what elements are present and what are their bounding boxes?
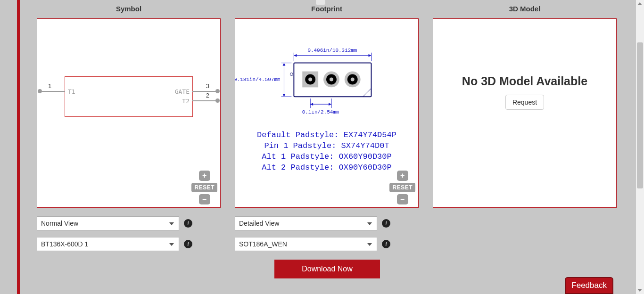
symbol-view-select[interactable]: Normal View: [37, 216, 179, 230]
symbol-diagram: 1 T1 3 GATE 2 T2: [65, 76, 193, 117]
zoom-in-button[interactable]: +: [397, 171, 408, 181]
svg-marker-3: [294, 54, 297, 57]
request-3d-button[interactable]: Request: [505, 95, 544, 110]
footprint-header: Footprint: [235, 5, 419, 13]
padstyle-pin1: Pin 1 Padstyle: SX74Y74D0T: [235, 141, 418, 152]
dim-left: 0.181in/4.597mm: [235, 77, 281, 82]
dim-top: 0.406in/10.312mm: [307, 48, 357, 53]
left-accent-bar: [17, 0, 20, 294]
pin-number: 3: [206, 82, 209, 90]
info-icon[interactable]: i: [184, 240, 192, 248]
padstyle-default: Default Padstyle: EX74Y74D54P: [235, 130, 418, 141]
svg-marker-4: [369, 54, 372, 57]
info-icon[interactable]: i: [382, 219, 390, 228]
footprint-view-select[interactable]: Detailed View: [235, 216, 377, 230]
symbol-part-value: BT136X-600D 1: [41, 240, 88, 248]
model3d-panel: No 3D Model Available Request: [433, 18, 617, 208]
svg-marker-9: [282, 94, 285, 97]
scroll-down-icon[interactable]: [637, 289, 642, 292]
symbol-header: Symbol: [37, 5, 221, 13]
info-icon[interactable]: i: [184, 219, 192, 228]
zoom-out-button[interactable]: –: [397, 194, 408, 204]
symbol-body: 1 T1 3 GATE 2 T2: [65, 76, 193, 117]
footprint-view-value: Detailed View: [239, 220, 279, 227]
pin-endpoint: [38, 89, 42, 93]
footprint-package-value: SOT186A_WEN: [239, 240, 287, 248]
pin-label: GATE: [175, 88, 190, 95]
symbol-panel[interactable]: 1 T1 3 GATE 2 T2 + RESET –: [37, 18, 221, 208]
zoom-reset-button[interactable]: RESET: [389, 183, 415, 192]
svg-point-15: [308, 77, 312, 81]
pin-endpoint: [215, 89, 220, 93]
svg-point-18: [330, 77, 333, 81]
pin-endpoint: [215, 98, 220, 103]
svg-marker-25: [310, 103, 313, 106]
symbol-part-select[interactable]: BT136X-600D 1: [37, 237, 179, 251]
padstyle-alt1: Alt 1 Padstyle: OX60Y90D30P: [235, 152, 418, 163]
scrollbar-thumb[interactable]: [637, 42, 643, 188]
scroll-up-icon[interactable]: [637, 2, 642, 5]
zoom-reset-button[interactable]: RESET: [191, 183, 217, 192]
footprint-package-select[interactable]: SOT186A_WEN: [235, 237, 377, 251]
padstyle-info: Default Padstyle: EX74Y74D54P Pin 1 Pads…: [235, 130, 418, 173]
no-3d-model-text: No 3D Model Available: [433, 74, 616, 88]
pin-number: 1: [48, 82, 51, 90]
zoom-in-button[interactable]: +: [199, 171, 210, 181]
zoom-out-button[interactable]: –: [199, 194, 210, 204]
feedback-tab[interactable]: Feedback: [565, 277, 613, 294]
pin-line: [40, 91, 65, 92]
svg-marker-26: [329, 103, 331, 106]
download-button[interactable]: Download Now: [274, 260, 380, 278]
svg-point-21: [351, 77, 355, 81]
model3d-header: 3D Model: [433, 5, 617, 13]
symbol-view-value: Normal View: [41, 220, 78, 227]
pin-line: [192, 91, 218, 92]
info-icon[interactable]: i: [382, 240, 390, 248]
footprint-diagram: 0.406in/10.312mm 0.181in/4.597mm: [235, 28, 418, 122]
svg-point-11: [290, 73, 293, 76]
dim-bottom: 0.1in/2.54mm: [302, 109, 339, 115]
pin-label: T2: [182, 98, 190, 105]
pin-number: 2: [206, 92, 209, 99]
pin-line: [192, 100, 218, 101]
vertical-scrollbar[interactable]: [636, 0, 644, 294]
pin-label: T1: [68, 88, 75, 95]
collapse-nub[interactable]: [316, 0, 325, 5]
svg-marker-8: [282, 63, 285, 66]
footprint-panel[interactable]: 0.406in/10.312mm 0.181in/4.597mm: [235, 18, 419, 208]
